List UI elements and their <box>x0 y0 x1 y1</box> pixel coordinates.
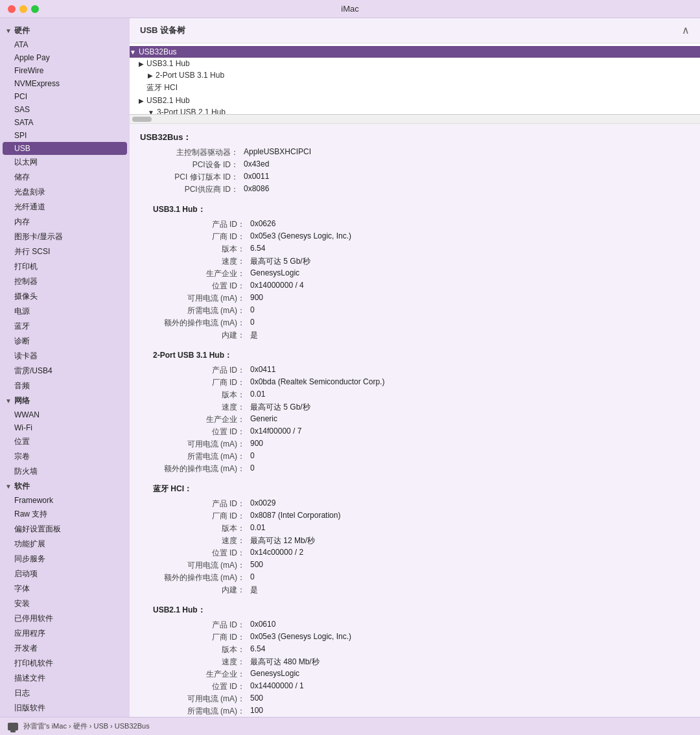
sidebar-item-wwan[interactable]: WWAN <box>0 408 130 421</box>
detail-value: 0x14c00000 / 2 <box>250 548 690 559</box>
detail-value: 0x8087 (Intel Corporation) <box>250 511 690 522</box>
sidebar-item-sync[interactable]: 同步服务 <box>0 552 130 566</box>
sidebar-item-firewire[interactable]: FireWire <box>0 64 130 77</box>
sidebar-item-firewall[interactable]: 防火墙 <box>0 464 130 479</box>
sidebar-item-sas[interactable]: SAS <box>0 103 130 116</box>
sidebar-item-card-reader[interactable]: 读卡器 <box>0 349 130 364</box>
tree-item-label: USB3.1 Hub <box>146 59 190 68</box>
tree-item-bluetooth-hci[interactable]: ▶ 蓝牙 HCI <box>130 81 700 95</box>
sidebar-item-ata[interactable]: ATA <box>0 38 130 51</box>
detail-value: 100 <box>250 706 690 717</box>
sidebar-item-logs[interactable]: 日志 <box>0 686 130 701</box>
sidebar-item-audio[interactable]: 音频 <box>0 379 130 393</box>
traffic-lights <box>8 5 39 13</box>
detail-value: 0x0011 <box>244 172 690 183</box>
sidebar-item-optical[interactable]: 光盘刻录 <box>0 185 130 200</box>
usb21hub-section: USB2.1 Hub： 产品 ID： 0x0610 厂商 ID： 0x05e3 … <box>153 605 690 717</box>
tree-item-2port-usb31hub[interactable]: ▶ 2-Port USB 3.1 Hub <box>130 69 700 81</box>
sidebar-section-network[interactable]: ▼ 网络 <box>0 393 130 408</box>
tree-scrollbar-thumb[interactable] <box>132 117 152 122</box>
sidebar-item-wifi[interactable]: Wi-Fi <box>0 421 130 434</box>
maximize-button[interactable] <box>31 5 39 13</box>
expand-icon: ▼ <box>148 109 154 115</box>
sidebar-item-extensions[interactable]: 功能扩展 <box>0 537 130 552</box>
detail-value: GenesysLogic <box>250 669 690 680</box>
sidebar-item-disabled-sw[interactable]: 已停用软件 <box>0 611 130 626</box>
sidebar-item-sata[interactable]: SATA <box>0 116 130 129</box>
sidebar-item-applepay[interactable]: Apple Pay <box>0 51 130 64</box>
bluetooth-hci-details: 产品 ID： 0x0029 厂商 ID： 0x8087 (Intel Corpo… <box>153 498 690 596</box>
content-area: USB 设备树 ∧ ▼ USB32Bus ▶ USB3.1 Hub ▶ 2-Po… <box>130 18 700 717</box>
sidebar-item-controller[interactable]: 控制器 <box>0 274 130 289</box>
sidebar-item-volumes[interactable]: 宗卷 <box>0 449 130 464</box>
network-section-label: 网络 <box>14 395 30 406</box>
detail-row: 产品 ID： 0x0029 <box>153 498 690 509</box>
sidebar-item-pci[interactable]: PCI <box>0 90 130 103</box>
tree-item-usb21hub[interactable]: ▶ USB2.1 Hub <box>130 95 700 106</box>
usb-tree[interactable]: ▼ USB32Bus ▶ USB3.1 Hub ▶ 2-Port USB 3.1… <box>130 43 700 115</box>
sidebar-item-startup[interactable]: 启动项 <box>0 566 130 581</box>
detail-value: 是 <box>250 585 690 596</box>
sidebar-item-thunderbolt[interactable]: 雷雳/USB4 <box>0 364 130 379</box>
tree-item-usb32bus[interactable]: ▼ USB32Bus <box>130 46 700 58</box>
detail-row: 可用电流 (mA)： 500 <box>153 694 690 705</box>
sidebar-item-install[interactable]: 安装 <box>0 596 130 611</box>
detail-row: 位置 ID： 0x14000000 / 4 <box>153 281 690 292</box>
sidebar-item-legacy-sw[interactable]: 旧版软件 <box>0 701 130 716</box>
sidebar-item-ethernet[interactable]: 以太网 <box>0 155 130 170</box>
sidebar-item-spi[interactable]: SPI <box>0 129 130 142</box>
minimize-button[interactable] <box>19 5 27 13</box>
detail-value: 最高可达 5 Gb/秒 <box>250 256 690 267</box>
sidebar-item-applications[interactable]: 应用程序 <box>0 626 130 641</box>
expand-icon: ▶ <box>139 97 144 104</box>
sidebar-item-memory[interactable]: 内存 <box>0 215 130 229</box>
sidebar-item-graphics[interactable]: 图形卡/显示器 <box>0 229 130 244</box>
detail-row: 速度： 最高可达 480 Mb/秒 <box>153 657 690 668</box>
sidebar-item-developer[interactable]: 开发者 <box>0 641 130 656</box>
sidebar-item-profiles[interactable]: 描述文件 <box>0 671 130 686</box>
detail-value: 最高可达 12 Mb/秒 <box>250 535 690 546</box>
detail-row: 内建： 是 <box>153 330 690 341</box>
sidebar-item-power[interactable]: 电源 <box>0 304 130 319</box>
detail-value: Generic <box>250 414 690 425</box>
detail-label: 厂商 ID： <box>153 377 250 388</box>
detail-value: 900 <box>250 293 690 304</box>
hardware-section-label: 硬件 <box>14 25 30 36</box>
sidebar-item-raw[interactable]: Raw 支持 <box>0 507 130 522</box>
tree-scrollbar[interactable] <box>130 115 700 124</box>
sidebar-section-software[interactable]: ▼ 软件 <box>0 479 130 494</box>
sidebar-item-framework[interactable]: Framework <box>0 494 130 507</box>
sidebar-section-hardware[interactable]: ▼ 硬件 <box>0 23 130 38</box>
detail-label: 所需电流 (mA)： <box>153 451 250 462</box>
detail-label: 位置 ID： <box>153 681 250 692</box>
detail-row: 厂商 ID： 0x0bda (Realtek Semiconductor Cor… <box>153 377 690 388</box>
sidebar-item-fiber[interactable]: 光纤通道 <box>0 200 130 215</box>
detail-row: 额外的操作电流 (mA)： 0 <box>153 463 690 474</box>
tree-item-3port-usb21hub[interactable]: ▼ 3-Port USB 2.1 Hub <box>130 106 700 115</box>
detail-label: 版本： <box>153 523 250 534</box>
detail-label: 产品 ID： <box>153 219 250 230</box>
detail-label: 厂商 ID： <box>153 632 250 643</box>
sidebar-item-printer-sw[interactable]: 打印机软件 <box>0 656 130 671</box>
sidebar-item-diagnostics[interactable]: 诊断 <box>0 334 130 349</box>
detail-value: 6.54 <box>250 644 690 655</box>
sidebar-item-usb[interactable]: USB <box>3 142 127 155</box>
collapse-button[interactable]: ∧ <box>682 25 690 36</box>
sidebar-item-fonts[interactable]: 字体 <box>0 581 130 596</box>
close-button[interactable] <box>8 5 16 13</box>
detail-label: PCI设备 ID： <box>140 159 244 170</box>
sidebar-item-nvmexpress[interactable]: NVMExpress <box>0 77 130 90</box>
sidebar-item-prefpane[interactable]: 偏好设置面板 <box>0 522 130 537</box>
detail-value: 0x05e3 (Genesys Logic, Inc.) <box>250 632 690 643</box>
tree-item-usb31hub[interactable]: ▶ USB3.1 Hub <box>130 58 700 69</box>
sidebar-item-camera[interactable]: 摄像头 <box>0 289 130 304</box>
sidebar-item-bluetooth[interactable]: 蓝牙 <box>0 319 130 334</box>
detail-value: 0x0bda (Realtek Semiconductor Corp.) <box>250 377 690 388</box>
sidebar-item-parallel-scsi[interactable]: 并行 SCSI <box>0 244 130 259</box>
sidebar-item-printer[interactable]: 打印机 <box>0 259 130 274</box>
tree-item-label: 3-Port USB 2.1 Hub <box>157 108 226 115</box>
detail-label: 厂商 ID： <box>153 231 250 242</box>
sidebar-item-storage[interactable]: 储存 <box>0 170 130 185</box>
detail-row: 位置 ID： 0x14f00000 / 7 <box>153 426 690 438</box>
sidebar-item-location[interactable]: 位置 <box>0 434 130 449</box>
